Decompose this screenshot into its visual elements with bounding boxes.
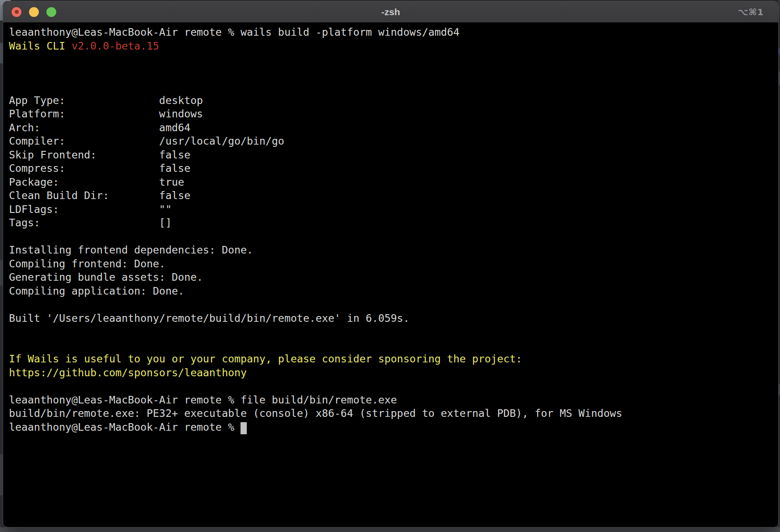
- terminal-text: Compiler: /usr/local/go/bin/go: [9, 135, 284, 147]
- terminal-line-blank: [9, 325, 776, 339]
- terminal-text: Generating bundle assets: Done.: [9, 271, 203, 283]
- terminal-line-blank: [9, 80, 776, 94]
- terminal-line: Compiling application: Done.: [9, 284, 776, 298]
- background-window-fragment: [778, 48, 780, 54]
- titlebar[interactable]: -zsh ⌥⌘1: [3, 1, 778, 23]
- terminal-prompt-line: leaanthony@Leas-MacBook-Air remote %: [9, 420, 776, 434]
- terminal-line: leaanthony@Leas-MacBook-Air remote % fil…: [9, 393, 776, 407]
- terminal-line: App Type: desktop: [9, 94, 776, 108]
- terminal-text: leaanthony@Leas-MacBook-Air remote % fil…: [9, 394, 397, 406]
- terminal-line: Tags: []: [9, 216, 776, 230]
- window-shortcut-badge: ⌥⌘1: [738, 7, 764, 17]
- terminal-text: Platform: windows: [9, 108, 203, 120]
- background-window-right-edge: [778, 0, 780, 532]
- terminal-text-link[interactable]: https://github.com/sponsors/leaanthony: [9, 366, 247, 378]
- terminal-line: Built '/Users/leaanthony/remote/build/bi…: [9, 312, 776, 325]
- background-window-fragment: [0, 454, 3, 495]
- terminal-cursor: [241, 422, 247, 434]
- terminal-line: Platform: windows: [9, 107, 776, 121]
- terminal-line-blank: [9, 379, 776, 393]
- terminal-line: Compiling frontend: Done.: [9, 257, 776, 271]
- terminal-text: Installing frontend dependencies: Done.: [9, 244, 253, 256]
- background-window-fragment: [778, 71, 780, 85]
- terminal-line-blank: [9, 298, 776, 312]
- terminal-line: Skip Frontend: false: [9, 148, 776, 162]
- terminal-text: leaanthony@Leas-MacBook-Air remote % wai…: [9, 26, 460, 38]
- terminal-line: Wails CLI v2.0.0-beta.15: [9, 39, 776, 53]
- terminal-text: Tags: []: [9, 216, 172, 229]
- terminal-text: Clean Build Dir: false: [9, 189, 191, 201]
- terminal-line: https://github.com/sponsors/leaanthony: [9, 366, 776, 380]
- terminal-line: Clean Build Dir: false: [9, 189, 776, 203]
- window-title: -zsh: [3, 1, 778, 22]
- background-window-left-edge: [0, 0, 3, 532]
- terminal-text: v2.0.0-beta.15: [71, 40, 159, 52]
- background-window-fragment: [0, 260, 3, 286]
- terminal-line: Installing frontend dependencies: Done.: [9, 243, 776, 257]
- terminal-line: Compiler: /usr/local/go/bin/go: [9, 134, 776, 148]
- terminal-line: leaanthony@Leas-MacBook-Air remote % wai…: [9, 25, 776, 39]
- terminal-line-blank: [9, 66, 776, 80]
- terminal-text: Wails CLI: [9, 40, 71, 52]
- terminal-line: Compress: false: [9, 162, 776, 175]
- background-window-fragment: [778, 384, 780, 395]
- terminal-text: LDFlags: "": [9, 203, 172, 215]
- terminal-text: build/bin/remote.exe: PE32+ executable (…: [9, 407, 622, 419]
- terminal-line: Package: true: [9, 175, 776, 189]
- terminal-text: Built '/Users/leaanthony/remote/build/bi…: [9, 312, 410, 324]
- background-window-bottom-edge: [0, 527, 780, 532]
- terminal-text: Compiling frontend: Done.: [9, 258, 166, 270]
- terminal-line: Arch: amd64: [9, 121, 776, 135]
- terminal-line-blank: [9, 53, 776, 66]
- terminal-line: LDFlags: "": [9, 203, 776, 216]
- terminal-text: Skip Frontend: false: [9, 149, 191, 161]
- terminal-text: If Wails is useful to you or your compan…: [9, 353, 522, 365]
- background-window-fragment: [0, 43, 3, 63]
- terminal-text: leaanthony@Leas-MacBook-Air remote %: [9, 421, 241, 433]
- terminal-screen[interactable]: leaanthony@Leas-MacBook-Air remote % wai…: [3, 23, 778, 527]
- terminal-text: App Type: desktop: [9, 94, 203, 106]
- terminal-line: build/bin/remote.exe: PE32+ executable (…: [9, 407, 776, 420]
- terminal-window: -zsh ⌥⌘1 leaanthony@Leas-MacBook-Air rem…: [3, 1, 778, 527]
- desktop: -zsh ⌥⌘1 leaanthony@Leas-MacBook-Air rem…: [0, 0, 780, 532]
- terminal-text: Package: true: [9, 176, 184, 188]
- terminal-line: If Wails is useful to you or your compan…: [9, 352, 776, 366]
- terminal-line-blank: [9, 230, 776, 244]
- terminal-text: Arch: amd64: [9, 121, 191, 133]
- terminal-line: Generating bundle assets: Done.: [9, 270, 776, 284]
- terminal-text: Compiling application: Done.: [9, 285, 184, 297]
- terminal-text: Compress: false: [9, 162, 191, 174]
- terminal-line-blank: [9, 339, 776, 353]
